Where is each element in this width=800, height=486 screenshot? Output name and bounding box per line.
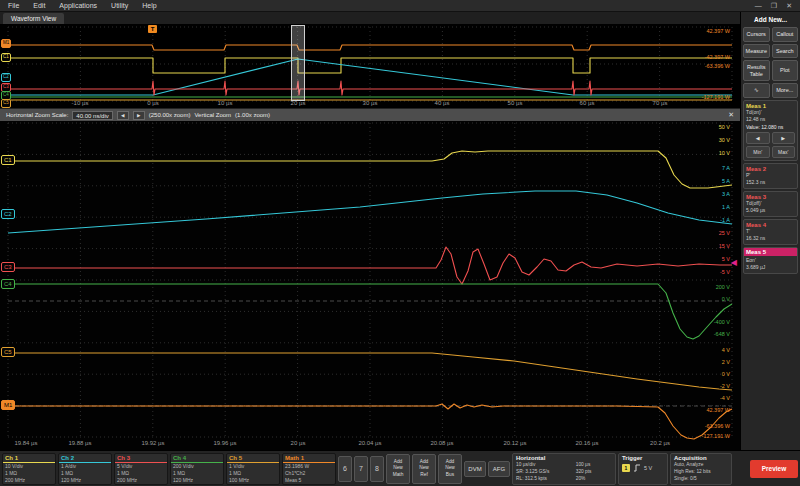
callout-button[interactable]: Callout	[772, 27, 799, 42]
close-icon[interactable]: ✕	[786, 2, 792, 10]
zoom-factor-readout: (250.00x zoom)	[149, 112, 191, 118]
zoom-scale-label: 15 V	[719, 244, 730, 250]
ch2-scale: 1 A/div	[59, 463, 111, 470]
trace-ch3[interactable]	[8, 247, 732, 284]
zoom-scale-value[interactable]: 40.00 ns/div	[72, 111, 112, 120]
menu-applications[interactable]: Applications	[59, 2, 97, 9]
ch3-badge[interactable]: Ch 3 5 V/div 1 MΩ 200 MHz	[114, 453, 168, 485]
ch1-bandwidth: 200 MHz	[3, 477, 55, 484]
zoom-toolbar: Horizontal Zoom Scale: 40.00 ns/div ◀ ▶ …	[0, 109, 740, 121]
channel-handle-m1[interactable]: M1	[1, 400, 15, 410]
math1-badge[interactable]: Math 1 23.1986 W Ch1*Ch2 Meas 5	[282, 453, 336, 485]
ch4-label: Ch 4	[171, 454, 223, 463]
menu-edit[interactable]: Edit	[33, 2, 45, 9]
channel-handle-c3[interactable]: C3	[1, 262, 15, 272]
ch3-scale: 5 V/div	[115, 463, 167, 470]
menu-utility[interactable]: Utility	[111, 2, 128, 9]
zoom-scale-label: 5 V	[722, 257, 730, 263]
trigger-settings: 1 5 V	[622, 464, 664, 472]
zoom-scale-label: 7 A	[722, 166, 730, 172]
zoom-scale-label: 42.397 W	[706, 408, 730, 414]
meas-max-button[interactable]: Max'	[772, 146, 796, 158]
cursors-button[interactable]: Cursors	[743, 27, 770, 42]
ch8-button[interactable]: 8	[370, 456, 384, 482]
horizontal-duration: 100 µs	[576, 461, 612, 468]
meas-1-badge[interactable]: Meas 1 Td(on)' 12.48 ns Value: 12.080 ns…	[743, 100, 798, 161]
meas-5-line2: 3.689 µJ	[746, 264, 795, 271]
add-new-math-button[interactable]: Add New Math	[386, 454, 410, 484]
meas-min-button[interactable]: Min'	[746, 146, 770, 158]
trigger-position-flag[interactable]: T	[148, 25, 157, 33]
ch6-button[interactable]: 6	[338, 456, 352, 482]
meas-prev-button[interactable]: ◀	[746, 132, 770, 144]
measure-button[interactable]: Measure	[743, 44, 770, 59]
zoom-time-label: 19.84 µs	[14, 440, 37, 446]
zoom-scale-decrease-button[interactable]: ◀	[117, 111, 129, 120]
channel-handle-c5[interactable]: C5	[1, 347, 15, 357]
meas-next-button[interactable]: ▶	[772, 132, 796, 144]
ch2-badge[interactable]: Ch 2 1 A/div 1 MΩ 120 MHz	[58, 453, 112, 485]
acquisition-badge[interactable]: Acquisition Auto, Analyze High Res: 12 b…	[670, 453, 732, 485]
meas-3-badge[interactable]: Meas 3 Td(off)' 5.049 µs	[743, 191, 798, 217]
overview-time-label: 50 µs	[508, 100, 523, 106]
channel-handle-m1[interactable]: M1	[1, 39, 11, 48]
math1-scale: 23.1986 W	[283, 463, 335, 470]
zoom-scale-label: -400 V	[714, 320, 730, 326]
grid	[8, 27, 732, 101]
zoom-scale-label: -648 V	[714, 332, 730, 338]
channel-handle-c1[interactable]: C1	[1, 53, 11, 62]
overview-scale-label: -63.396 W	[705, 64, 730, 70]
ch1-scale: 10 V/div	[3, 463, 55, 470]
waveform-badge-button[interactable]: ∿	[743, 83, 770, 98]
trace-math1[interactable]	[8, 404, 732, 439]
add-math-l3: Math	[387, 472, 409, 478]
dvm-button[interactable]: DVM	[464, 461, 486, 477]
minimize-icon[interactable]: —	[755, 2, 762, 10]
zoomed-waveform-view[interactable]: ◀ 19.84 µs19.88 µs19.92 µs19.96 µs20 µs2…	[0, 121, 740, 450]
zoom-scale-label: 30 V	[719, 138, 730, 144]
tab-waveform-view[interactable]: Waveform View	[3, 13, 64, 24]
meas-4-badge[interactable]: Meas 4 T' 16.32 ns	[743, 219, 798, 245]
menu-help[interactable]: Help	[142, 2, 156, 9]
zoom-scale-label: 10 V	[719, 151, 730, 157]
ch3-impedance: 1 MΩ	[115, 470, 167, 477]
channel-handle-c1[interactable]: C1	[1, 155, 15, 165]
plot-button[interactable]: Plot	[772, 60, 799, 81]
overview-strip[interactable]: T -10 µs0 µs10 µs20 µs30 µs40 µs50 µs60 …	[0, 25, 740, 109]
channel-handle-c4[interactable]: C4	[1, 279, 15, 289]
ch5-scale: 1 V/div	[227, 463, 279, 470]
trace-ch1-gate[interactable]	[8, 58, 732, 73]
zoom-close-icon[interactable]: ✕	[728, 111, 734, 119]
zoom-window-indicator[interactable]	[291, 25, 305, 101]
trigger-level-marker[interactable]: ◀	[731, 259, 737, 267]
more-button[interactable]: More...	[772, 83, 799, 98]
ch4-badge[interactable]: Ch 4 200 V/div 1 MΩ 120 MHz	[170, 453, 224, 485]
zoom-scale-label: 2 V	[722, 360, 730, 366]
channel-handle-c2[interactable]: C2	[1, 73, 11, 82]
meas-3-line1: Td(off)'	[746, 200, 795, 207]
channel-handle-c5[interactable]: C5	[1, 99, 11, 108]
ch7-button[interactable]: 7	[354, 456, 368, 482]
horizontal-badge[interactable]: Horizontal 10 µs/div 100 µs SR: 3.125 GS…	[512, 453, 616, 485]
maximize-icon[interactable]: ❐	[771, 2, 777, 10]
afg-button[interactable]: AFG	[488, 461, 510, 477]
trace-ch1[interactable]	[8, 151, 732, 188]
search-button[interactable]: Search	[772, 44, 799, 59]
zoom-time-label: 20.08 µs	[430, 440, 453, 446]
meas-5-badge[interactable]: Meas 5 Eon' 3.689 µJ	[743, 247, 798, 274]
trigger-badge[interactable]: Trigger 1 5 V	[618, 453, 668, 485]
main-content: Waveform View T -10 µs0 µs10 µs20 µs30 µ…	[0, 12, 800, 450]
results-table-button[interactable]: Results Table	[743, 60, 770, 81]
zoom-time-label: 19.96 µs	[213, 440, 236, 446]
overview-time-label: 10 µs	[218, 100, 233, 106]
zoom-scale-increase-button[interactable]: ▶	[133, 111, 145, 120]
channel-handle-c2[interactable]: C2	[1, 209, 15, 219]
preview-button[interactable]: Preview	[750, 460, 798, 478]
zoom-scale-label: -63.396 W	[705, 424, 730, 430]
meas-2-badge[interactable]: Meas 2 P' 152.3 ns	[743, 163, 798, 189]
add-new-ref-button[interactable]: Add New Ref	[412, 454, 436, 484]
menu-file[interactable]: File	[8, 2, 19, 9]
add-new-bus-button[interactable]: Add New Bus	[438, 454, 462, 484]
ch1-badge[interactable]: Ch 1 10 V/div 1 MΩ 200 MHz	[2, 453, 56, 485]
ch5-badge[interactable]: Ch 5 1 V/div 1 MΩ 100 MHz	[226, 453, 280, 485]
